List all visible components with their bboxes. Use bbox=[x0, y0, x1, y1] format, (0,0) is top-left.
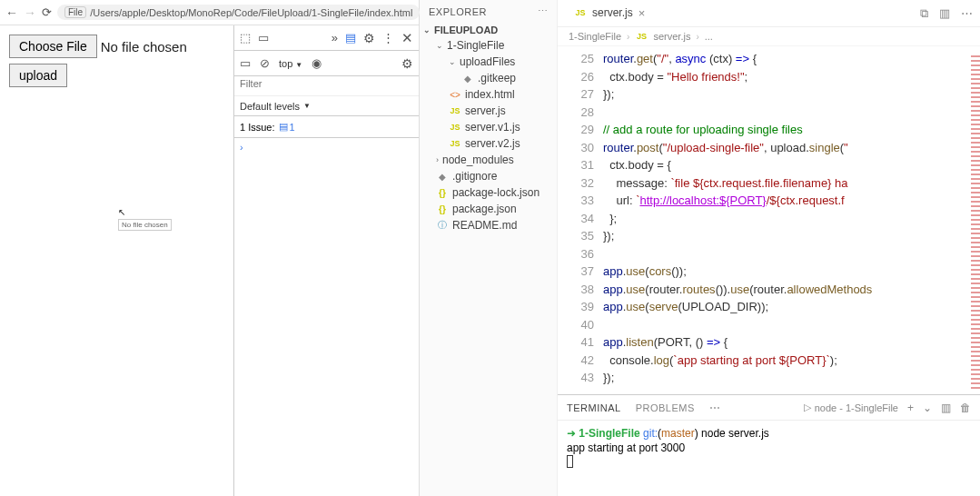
device-icon[interactable]: ▭ bbox=[258, 31, 269, 45]
circle-file-icon: ◆ bbox=[461, 74, 474, 84]
md-file-icon: ⓘ bbox=[436, 219, 449, 232]
tree-item-label: node_modules bbox=[442, 154, 514, 166]
cursor-tooltip: ↖ No file chosen bbox=[118, 207, 172, 231]
tree-item-label: .gitignore bbox=[452, 170, 497, 183]
clear-icon[interactable]: ⊘ bbox=[260, 56, 270, 70]
chevron-icon: ⌄ bbox=[436, 41, 443, 50]
url-scheme-badge: File bbox=[64, 6, 86, 18]
browser-body: Choose File No file chosen upload ↖ No f… bbox=[0, 25, 419, 496]
close-devtools-icon[interactable]: ✕ bbox=[401, 30, 413, 46]
split-terminal-icon[interactable]: ▥ bbox=[941, 402, 951, 414]
settings-icon[interactable]: ⚙ bbox=[363, 31, 375, 45]
tree-item-README-md[interactable]: ⓘREADME.md bbox=[423, 217, 553, 233]
tree-item--gitignore[interactable]: ◆.gitignore bbox=[423, 168, 553, 184]
problems-tab[interactable]: PROBLEMS bbox=[636, 402, 695, 413]
kill-terminal-icon[interactable]: 🗑 bbox=[960, 402, 971, 414]
no-file-label: No file chosen bbox=[101, 39, 187, 55]
inspect-icon[interactable]: ⬚ bbox=[240, 31, 251, 45]
js-file-icon: JS bbox=[449, 123, 461, 132]
compare-icon[interactable]: ⧉ bbox=[920, 6, 928, 21]
tree-item-label: server.v2.js bbox=[465, 137, 520, 150]
nav-forward-icon[interactable]: → bbox=[24, 5, 36, 20]
explorer-root[interactable]: ⌄ FILEUPLOAD bbox=[420, 23, 557, 37]
tree-item-server-js[interactable]: JSserver.js bbox=[423, 103, 553, 119]
terminal-dropdown-icon[interactable]: ⌄ bbox=[923, 402, 932, 414]
chevron-right-icon: › bbox=[627, 32, 629, 42]
url-text: /Users/apple/Desktop/MonoRep/Code/FileUp… bbox=[90, 7, 412, 18]
html-file-icon: <> bbox=[449, 90, 461, 100]
tree-item-server-v1-js[interactable]: JSserver.v1.js bbox=[423, 119, 553, 135]
tree-item-node_modules[interactable]: ›node_modules bbox=[423, 152, 553, 168]
filter-row bbox=[234, 76, 419, 96]
tab-bar: JS server.js × ⧉ ▥ ⋯ bbox=[558, 0, 980, 27]
console-prompt[interactable]: › bbox=[234, 138, 419, 156]
kebab-icon[interactable]: ⋮ bbox=[382, 31, 394, 45]
tree-item-label: package.json bbox=[452, 203, 517, 215]
explorer-header: EXPLORER ⋯ bbox=[420, 0, 557, 23]
context-dropdown[interactable]: top ▼ bbox=[279, 58, 302, 69]
code-content[interactable]: router.get("/", async (ctx) => { ctx.bod… bbox=[603, 46, 980, 394]
overview-ruler bbox=[971, 53, 980, 389]
chevron-down-icon: ⌄ bbox=[423, 25, 431, 35]
file-tree: ⌄1-SingleFile⌄uploadFiles◆.gitkeep<>inde… bbox=[420, 37, 557, 233]
chevron-right-icon: › bbox=[696, 32, 698, 42]
breadcrumb[interactable]: 1-SingleFile › JS server.js › ... bbox=[558, 27, 980, 46]
tab-close-icon[interactable]: × bbox=[638, 6, 646, 20]
page-content: Choose File No file chosen upload ↖ No f… bbox=[0, 25, 233, 496]
tooltip-text: No file chosen bbox=[118, 219, 172, 231]
terminal-tabs: TERMINAL PROBLEMS ⋯ ▷ node - 1-SingleFil… bbox=[558, 395, 980, 421]
tree-item-uploadFiles[interactable]: ⌄uploadFiles bbox=[423, 54, 553, 70]
js-file-icon: JS bbox=[449, 139, 461, 148]
code-editor[interactable]: 25262728293031323334353637383940414243 r… bbox=[558, 46, 980, 394]
chevron-icon: › bbox=[436, 155, 439, 164]
cursor-icon: ↖ bbox=[118, 207, 172, 217]
chevron-icon: ⌄ bbox=[449, 57, 456, 66]
tree-item-label: 1-SingleFile bbox=[447, 39, 504, 52]
terminal-cursor bbox=[567, 455, 573, 468]
editor-app: EXPLORER ⋯ ⌄ FILEUPLOAD ⌄1-SingleFile⌄up… bbox=[420, 0, 980, 496]
explorer-more-icon[interactable]: ⋯ bbox=[538, 5, 549, 17]
issues-row[interactable]: 1 Issue: ▤ 1 bbox=[234, 116, 419, 138]
levels-dropdown[interactable]: Default levels▼ bbox=[234, 96, 419, 116]
terminal-session[interactable]: ▷ node - 1-SingleFile bbox=[804, 402, 898, 413]
filter-input[interactable] bbox=[234, 76, 419, 91]
devtools-toolbar: ⬚ ▭ » ▤ ⚙ ⋮ ✕ bbox=[234, 25, 419, 51]
tree-item-label: index.html bbox=[465, 88, 515, 101]
tree-item-label: server.js bbox=[465, 104, 506, 117]
tree-item-label: server.v1.js bbox=[465, 121, 520, 134]
console-settings-icon[interactable]: ⚙ bbox=[401, 56, 413, 71]
browser-toolbar: ← → ⟳ File /Users/apple/Desktop/MonoRep/… bbox=[0, 0, 419, 25]
tree-item-package-json[interactable]: {}package.json bbox=[423, 201, 553, 217]
live-expr-icon[interactable]: ◉ bbox=[312, 56, 322, 70]
tree-item-label: .gitkeep bbox=[478, 72, 516, 84]
tree-item-label: README.md bbox=[452, 219, 517, 232]
tree-item-label: package-lock.json bbox=[452, 186, 539, 199]
tree-item-package-lock-json[interactable]: {}package-lock.json bbox=[423, 184, 553, 201]
explorer-title: EXPLORER bbox=[429, 6, 487, 17]
reload-icon[interactable]: ⟳ bbox=[42, 5, 52, 19]
play-icon[interactable]: ▭ bbox=[240, 56, 251, 70]
issue-badge: ▤ 1 bbox=[279, 121, 295, 133]
more-icon[interactable]: ⋯ bbox=[961, 6, 973, 21]
choose-file-button[interactable]: Choose File bbox=[9, 35, 97, 58]
line-gutter: 25262728293031323334353637383940414243 bbox=[558, 46, 603, 394]
split-icon[interactable]: ▥ bbox=[939, 6, 950, 21]
js-file-icon: JS bbox=[574, 8, 587, 17]
terminal-more-icon[interactable]: ⋯ bbox=[709, 402, 720, 414]
tab-server-js[interactable]: JS server.js × bbox=[565, 3, 654, 25]
tree-item-server-v2-js[interactable]: JSserver.v2.js bbox=[423, 135, 553, 152]
upload-button[interactable]: upload bbox=[9, 64, 67, 87]
js-file-icon: JS bbox=[635, 32, 648, 41]
message-icon[interactable]: ▤ bbox=[345, 31, 356, 45]
tree-item-1-SingleFile[interactable]: ⌄1-SingleFile bbox=[423, 37, 553, 54]
more-tabs-icon[interactable]: » bbox=[332, 31, 338, 45]
url-bar[interactable]: File /Users/apple/Desktop/MonoRep/Code/F… bbox=[57, 5, 420, 20]
terminal-body[interactable]: ➜ 1-SingleFile git:(master) node server.… bbox=[558, 421, 980, 496]
browser-pane: ← → ⟳ File /Users/apple/Desktop/MonoRep/… bbox=[0, 0, 420, 496]
explorer-sidebar: EXPLORER ⋯ ⌄ FILEUPLOAD ⌄1-SingleFile⌄up… bbox=[420, 0, 558, 496]
new-terminal-icon[interactable]: + bbox=[907, 402, 914, 414]
nav-back-icon[interactable]: ← bbox=[5, 5, 18, 20]
tree-item-index-html[interactable]: <>index.html bbox=[423, 86, 553, 103]
terminal-tab[interactable]: TERMINAL bbox=[567, 402, 621, 413]
tree-item--gitkeep[interactable]: ◆.gitkeep bbox=[423, 70, 553, 86]
